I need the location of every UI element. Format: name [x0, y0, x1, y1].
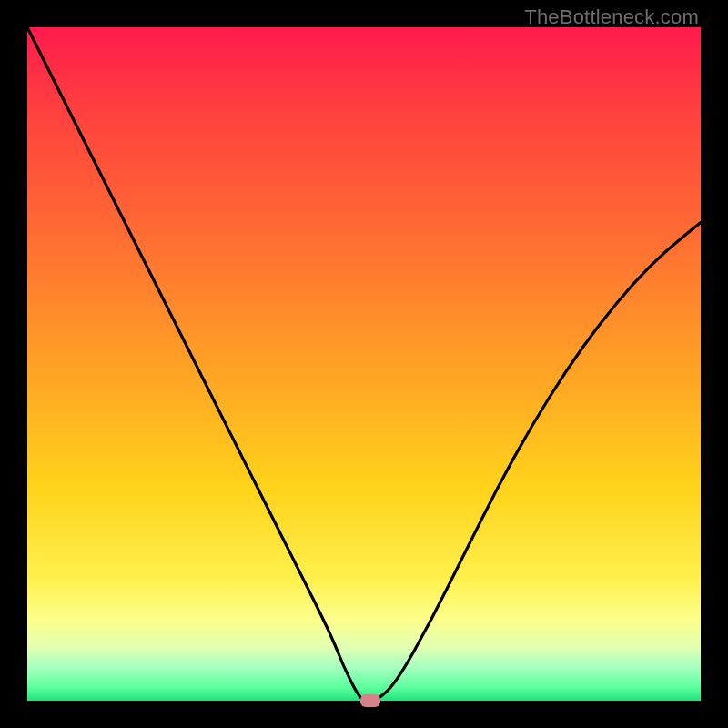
watermark-text: TheBottleneck.com — [524, 5, 699, 29]
chart-frame: TheBottleneck.com — [0, 0, 728, 728]
optimum-marker — [360, 694, 380, 707]
bottleneck-curve — [27, 27, 701, 701]
plot-area — [27, 27, 701, 701]
